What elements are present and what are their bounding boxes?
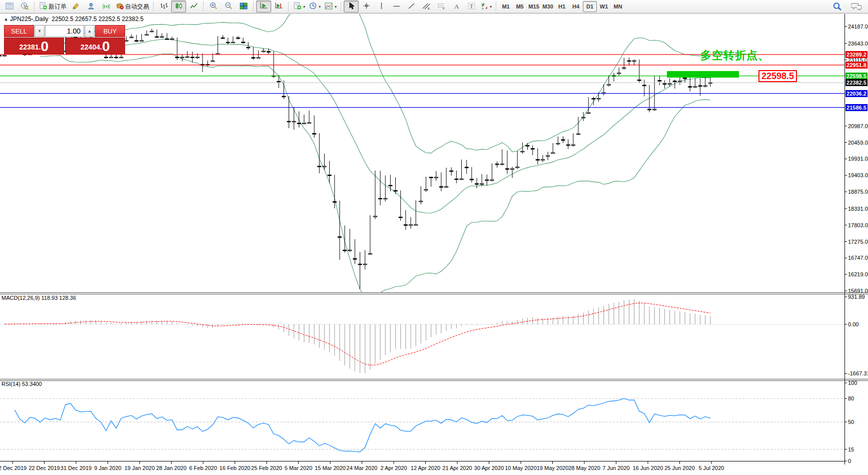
- sell-button[interactable]: SELL: [4, 25, 34, 37]
- volume-input[interactable]: 1.00: [45, 25, 84, 37]
- mt4-window: ▲JPN225-,Daily 22502.5 22657.5 22252.5 2…: [0, 0, 868, 475]
- chart-frame: [0, 14, 868, 464]
- volume-up-button[interactable]: ▲: [85, 25, 95, 37]
- macd-pane: [0, 299, 844, 373]
- chart-canvas[interactable]: [0, 0, 868, 475]
- rsi-pane: [0, 398, 844, 452]
- highlight-rectangle[interactable]: [667, 71, 739, 78]
- candlestick-series: [0, 29, 712, 289]
- one-click-trade-panel: SELL ▼ 1.00 ▲ BUY 22381.0 22404.0: [4, 25, 125, 54]
- macd-histogram: [5, 299, 710, 373]
- sell-price-display[interactable]: 22381.0: [4, 38, 64, 54]
- buy-price-display[interactable]: 22404.0: [66, 38, 126, 54]
- bollinger-upper-band: [40, 2, 710, 153]
- main-price-pane: [0, 2, 844, 298]
- macd-signal-line: [5, 303, 710, 365]
- buy-button[interactable]: BUY: [95, 25, 125, 37]
- volume-down-button[interactable]: ▼: [35, 25, 45, 37]
- rsi-line: [15, 398, 710, 452]
